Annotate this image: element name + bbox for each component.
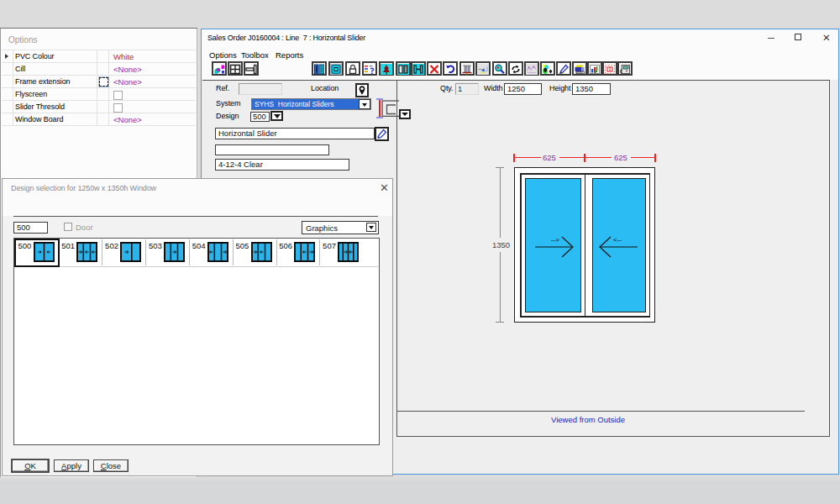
svg-text:-->: -->	[551, 236, 559, 244]
svg-text:<--: <--	[613, 236, 622, 244]
